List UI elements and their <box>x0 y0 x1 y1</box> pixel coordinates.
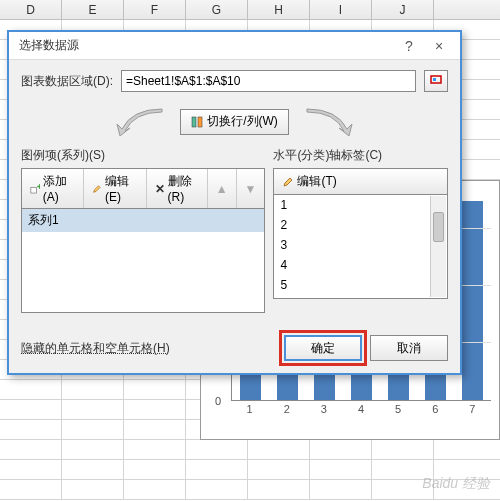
arrow-down-icon: ▼ <box>245 182 257 196</box>
dialog-title: 选择数据源 <box>19 37 394 54</box>
axis-labels-label: 水平(分类)轴标签(C) <box>273 147 448 164</box>
remove-series-button[interactable]: ✕ 删除(R) <box>147 169 208 208</box>
chart-data-range-label: 图表数据区域(D): <box>21 73 113 90</box>
collapse-dialog-button[interactable] <box>424 70 448 92</box>
chart-x-axis: 1 2 3 4 5 6 7 <box>231 403 491 423</box>
list-item[interactable]: 系列1 <box>22 209 264 232</box>
svg-rect-3 <box>198 117 202 127</box>
col-header[interactable]: I <box>310 0 372 19</box>
col-header[interactable]: E <box>62 0 124 19</box>
list-item[interactable]: 2 <box>274 215 447 235</box>
hidden-empty-cells-button[interactable]: 隐藏的单元格和空单元格(H) <box>21 340 276 357</box>
list-item[interactable]: 1 <box>274 195 447 215</box>
range-picker-icon <box>430 75 442 87</box>
column-headers: D E F G H I J <box>0 0 500 20</box>
move-up-button[interactable]: ▲ <box>208 169 237 208</box>
switch-icon <box>191 116 203 128</box>
dialog-titlebar[interactable]: 选择数据源 ? × <box>9 32 460 60</box>
close-button[interactable]: × <box>424 35 454 57</box>
watermark: Baidu 经验 <box>422 475 490 493</box>
series-toolbar: ✚ 添加(A) 编辑(E) ✕ 删除(R) ▲ ▼ <box>21 168 265 208</box>
remove-icon: ✕ <box>155 182 165 196</box>
col-header[interactable]: G <box>186 0 248 19</box>
add-series-button[interactable]: ✚ 添加(A) <box>22 169 84 208</box>
category-listbox[interactable]: 1 2 3 4 5 <box>273 194 448 299</box>
cancel-button[interactable]: 取消 <box>370 335 448 361</box>
list-item[interactable]: 3 <box>274 235 447 255</box>
switch-label: 切换行/列(W) <box>207 113 278 130</box>
chart-bar <box>462 201 482 400</box>
scrollbar[interactable] <box>430 196 446 297</box>
help-button[interactable]: ? <box>394 35 424 57</box>
edit-icon <box>92 183 102 195</box>
chart-bar <box>240 372 260 400</box>
chart-data-range-input[interactable] <box>121 70 416 92</box>
arrow-left-icon <box>112 104 172 139</box>
svg-text:✚: ✚ <box>37 183 39 190</box>
list-item[interactable]: 5 <box>274 275 447 295</box>
ok-button[interactable]: 确定 <box>284 335 362 361</box>
col-header[interactable]: F <box>124 0 186 19</box>
svg-rect-4 <box>31 187 37 193</box>
legend-entries-label: 图例项(系列)(S) <box>21 147 265 164</box>
move-down-button[interactable]: ▼ <box>237 169 265 208</box>
edit-icon <box>282 176 294 188</box>
svg-rect-2 <box>192 117 196 127</box>
series-listbox[interactable]: 系列1 <box>21 208 265 313</box>
col-header[interactable]: H <box>248 0 310 19</box>
select-data-source-dialog: 选择数据源 ? × 图表数据区域(D): 切换行/列(W) 图例项(系列)(S) <box>7 30 462 375</box>
edit-series-button[interactable]: 编辑(E) <box>84 169 146 208</box>
add-icon: ✚ <box>30 183 40 195</box>
switch-row-column-button[interactable]: 切换行/列(W) <box>180 109 289 135</box>
edit-category-button[interactable]: 编辑(T) <box>274 169 344 194</box>
col-header[interactable]: J <box>372 0 434 19</box>
category-toolbar: 编辑(T) <box>273 168 448 194</box>
arrow-right-icon <box>297 104 357 139</box>
list-item[interactable]: 4 <box>274 255 447 275</box>
col-header[interactable]: D <box>0 0 62 19</box>
svg-rect-1 <box>433 78 436 81</box>
arrow-up-icon: ▲ <box>216 182 228 196</box>
